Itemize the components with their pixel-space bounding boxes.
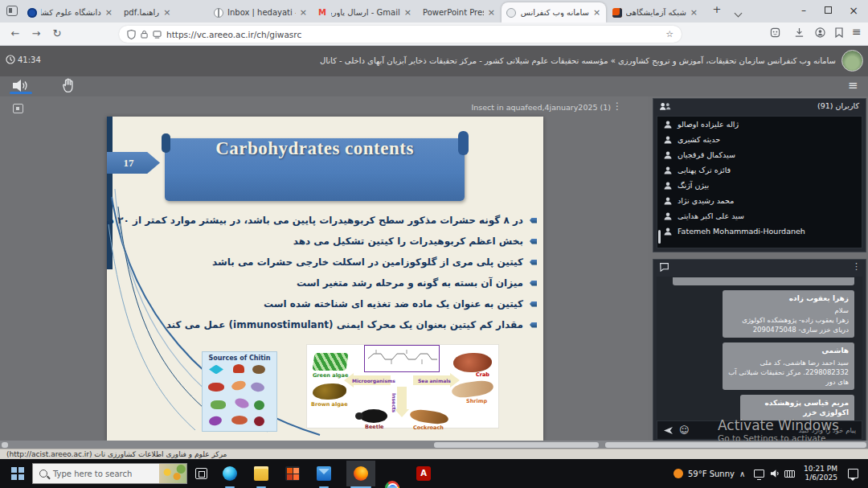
users-scrollbar[interactable] [658, 230, 661, 244]
cockroach-image [409, 408, 449, 426]
raise-hand-icon[interactable] [62, 77, 76, 93]
chitin-structure-box [364, 345, 440, 372]
tab-powerpoint[interactable]: PowerPoint Presentation - × [418, 2, 500, 23]
weather-text[interactable]: 59°F Sunny [688, 470, 735, 488]
download-icon[interactable] [794, 27, 805, 38]
close-tab-icon[interactable]: × [105, 7, 113, 18]
user-row[interactable]: سید علی اکبر هدایتی [657, 208, 862, 223]
slide: 17 Carbohydrates contents در ۸ گونه حشرا… [107, 117, 543, 441]
bullet-marker-icon [530, 260, 537, 265]
close-tab-icon[interactable]: × [163, 7, 170, 18]
brown-algae-image [313, 383, 346, 400]
tray-chevron-icon[interactable]: ∧ [739, 470, 745, 488]
edge-icon[interactable] [223, 466, 237, 481]
tab-vc-conference-active[interactable]: سامانه وب کنفرانس سا × [502, 2, 606, 23]
task-view-icon[interactable] [195, 468, 207, 479]
user-row[interactable]: سیدکمال قرقجیان [657, 147, 862, 162]
tab-overview-icon[interactable] [6, 6, 18, 16]
urchin-shape [254, 416, 264, 426]
tab-pdf[interactable]: راهنما.pdf × [119, 2, 207, 23]
user-row[interactable]: فائزه ترک پهنایی [657, 162, 862, 178]
person-icon [663, 120, 673, 129]
office-app-icon[interactable] [285, 466, 300, 481]
crab-shape [208, 383, 224, 392]
minimize-button[interactable]: – [792, 0, 816, 23]
chat-message: مریم قیاسی پژوهشکده اکولوژی خزر با درود … [740, 395, 854, 423]
chat-input[interactable]: ☺ پیام خود را وارد کنید [657, 420, 862, 440]
person-icon [663, 150, 673, 160]
back-button[interactable]: ← [6, 26, 24, 42]
close-tab-icon[interactable]: × [690, 7, 698, 18]
shield-icon[interactable] [127, 30, 136, 39]
meeting-timer: 41:34 [18, 55, 41, 64]
taskbar-clock[interactable]: 10:21 PM 1/6/2025 [800, 465, 837, 488]
tab-list-chevron[interactable] [730, 6, 746, 18]
address-field[interactable]: https://vc.areeo.ac.ir/ch/giwasrc ☆ [119, 26, 682, 43]
user-row[interactable]: ژاله علیزاده اوصالو [657, 117, 862, 132]
taskbar-search[interactable]: Type here to search [32, 463, 187, 484]
close-tab-icon[interactable]: × [488, 7, 495, 18]
page-status-bar: مرکز علوم و فناوری اطلاعات کشاورزی تات (… [0, 449, 868, 459]
scrollbar-thumb[interactable] [605, 442, 866, 448]
butterfly-shape [209, 365, 223, 374]
weather-sun-icon[interactable] [674, 469, 683, 478]
caterpillar-shape [211, 400, 226, 409]
tab-lab-network[interactable]: شبکه آزمایشگاهی فناور × [608, 2, 702, 23]
horizontal-scrollbar[interactable] [0, 441, 868, 449]
send-icon[interactable] [663, 426, 674, 435]
user-row[interactable]: حدیثه کشیری [657, 132, 862, 147]
start-button[interactable] [11, 467, 24, 480]
popout-icon[interactable] [13, 104, 23, 113]
url-bar: ← → ↻ https://vc.areeo.ac.ir/ch/giwasrc … [0, 23, 868, 46]
acrobat-icon[interactable]: A [416, 466, 431, 481]
chat-panel: ⋮ زهرا یعقوب زاده سلام زهرا یعقوب زاده- … [653, 259, 866, 447]
person-icon [663, 211, 673, 221]
user-row[interactable]: Fatemeh Mohammadi-Hourdaneh [657, 223, 862, 239]
close-window-button[interactable]: × [841, 0, 866, 23]
network-icon[interactable] [754, 470, 764, 488]
users-panel-header: کاربران (91) [653, 99, 866, 115]
chat-icon [659, 262, 669, 272]
permissions-icon[interactable] [153, 31, 162, 39]
sidebar-icon[interactable] [834, 27, 844, 38]
reload-button[interactable]: ↻ [48, 26, 66, 42]
bullet-marker-icon [530, 322, 537, 328]
bookmark-star-icon[interactable]: ☆ [665, 29, 674, 39]
person-icon [663, 196, 673, 206]
users-count-label: کاربران (91) [817, 101, 859, 110]
scrollbar-thumb[interactable] [2, 442, 8, 448]
file-explorer-icon[interactable] [254, 466, 268, 481]
presentation-options-icon[interactable]: ⋮ [612, 100, 622, 112]
mail-icon[interactable] [317, 466, 331, 481]
chat-message: هاشمی سید احمد رضا هاشمی، کد ملی 2298082… [723, 342, 854, 390]
arrow-down [397, 387, 407, 409]
close-tab-icon[interactable]: × [593, 7, 600, 18]
speaker-icon[interactable] [11, 79, 29, 92]
account-icon[interactable] [815, 27, 825, 38]
options-menu-icon[interactable]: ≡ [848, 78, 858, 92]
beetle-shape [254, 400, 264, 410]
emoji-icon[interactable]: ☺ [679, 424, 690, 436]
touch-keyboard-icon[interactable] [784, 470, 795, 488]
close-tab-icon[interactable]: × [404, 7, 411, 18]
tab-gmail[interactable]: M Gmail - ارسال پاورپوینت × [313, 2, 416, 23]
bullet-marker-icon [530, 281, 537, 286]
action-center-icon[interactable] [848, 469, 858, 488]
university-favicon [27, 8, 37, 18]
tab-university[interactable]: دانشگاه علوم کشاورزی × [23, 2, 117, 23]
new-tab-button[interactable]: + [709, 3, 725, 15]
chat-options-icon[interactable]: ⋮ [852, 261, 861, 272]
user-row[interactable]: محمد رشیدی نژاد [657, 193, 862, 208]
menu-icon[interactable]: ≡ [852, 25, 862, 38]
extensions-icon[interactable] [770, 27, 780, 38]
volume-icon[interactable] [770, 469, 780, 488]
scrollbar-thumb[interactable] [434, 442, 599, 448]
forward-button[interactable]: → [27, 26, 45, 42]
tab-inbox[interactable]: Inbox | hedayati — Gm × [209, 2, 312, 23]
close-tab-icon[interactable]: × [300, 7, 307, 18]
maximize-button[interactable] [816, 0, 840, 23]
firefox-icon[interactable] [354, 466, 368, 481]
browser-tab-bar: دانشگاه علوم کشاورزی × راهنما.pdf × Inbo… [0, 0, 868, 23]
organization-logo [841, 50, 863, 72]
user-row[interactable]: بیژن آژنگ [657, 178, 862, 193]
